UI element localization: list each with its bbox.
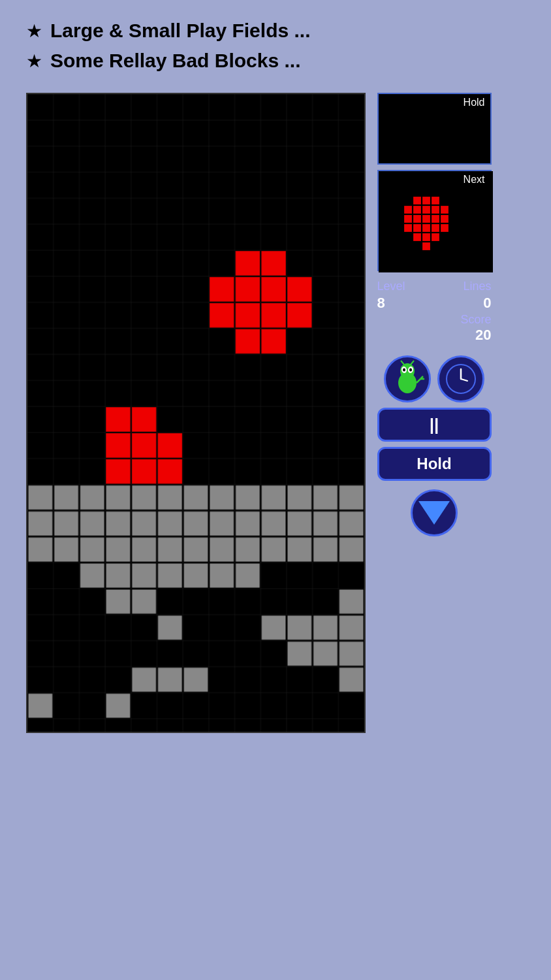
star-icon-1: ★ xyxy=(26,20,42,42)
next-box: Next xyxy=(377,170,492,271)
header-text-1: Large & Small Play Fields ... xyxy=(50,20,310,42)
game-container: Hold Next Level Lines 8 0 Score 20 xyxy=(26,93,525,733)
clock-button[interactable] xyxy=(437,355,484,402)
level-label: Level xyxy=(377,280,405,293)
level-lines-row: Level Lines xyxy=(377,280,492,293)
header-text-2: Some Rellay Bad Blocks ... xyxy=(50,50,300,72)
lines-value: 0 xyxy=(483,295,491,312)
hold-box: Hold xyxy=(377,93,492,165)
star-icon-2: ★ xyxy=(26,50,42,72)
stats-area: Level Lines 8 0 Score 20 xyxy=(377,276,492,347)
pause-button[interactable]: || xyxy=(377,408,492,442)
play-field[interactable] xyxy=(26,93,366,733)
drop-button[interactable] xyxy=(411,489,458,536)
hold-label: Hold xyxy=(464,97,485,108)
svg-line-2 xyxy=(461,379,467,381)
header-line-1: ★ Large & Small Play Fields ... xyxy=(26,20,525,42)
clock-icon xyxy=(445,363,477,395)
hold-button[interactable]: Hold xyxy=(377,447,492,481)
score-label: Score xyxy=(377,313,492,327)
lines-label: Lines xyxy=(463,280,491,293)
down-arrow-icon xyxy=(418,501,450,525)
level-value: 8 xyxy=(377,295,385,312)
score-value: 20 xyxy=(377,327,492,344)
score-row: Score 20 xyxy=(377,313,492,344)
header-area: ★ Large & Small Play Fields ... ★ Some R… xyxy=(0,0,551,93)
side-panel: Hold Next Level Lines 8 0 Score 20 xyxy=(366,93,496,733)
mascot-button[interactable] xyxy=(384,355,431,402)
level-lines-values: 8 0 xyxy=(377,295,492,312)
next-label: Next xyxy=(464,174,485,186)
circle-buttons-row xyxy=(384,355,484,402)
header-line-2: ★ Some Rellay Bad Blocks ... xyxy=(26,50,525,72)
